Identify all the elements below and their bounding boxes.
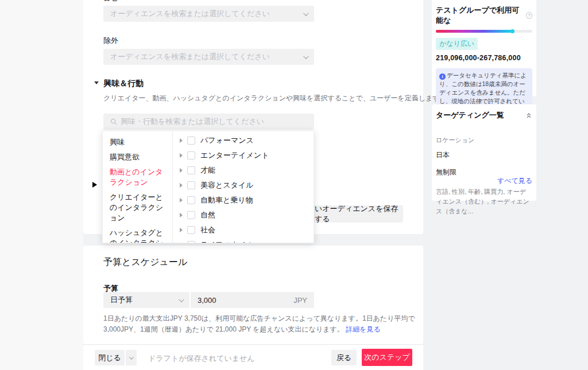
checkbox[interactable] (187, 181, 195, 189)
budget-currency-suffix: JPY (293, 296, 307, 305)
expand-caret-icon[interactable] (180, 153, 183, 158)
include-audience-placeholder: オーディエンスを検索または選択してください (110, 9, 303, 19)
save-audience-button-label: いオーディエンスを保存する (315, 204, 403, 224)
reach-gradient-bar (436, 30, 532, 33)
cursor-icon (92, 182, 97, 188)
location-label: ロケーション (436, 136, 532, 145)
interests-section-title: 興味＆行動 (103, 79, 144, 89)
category-hashtag-interactions[interactable]: ハッシュタグとのインタラクション (103, 225, 172, 243)
next-step-button-label: 次のステップ (364, 352, 410, 363)
option-label: パフォーマンス (200, 135, 254, 146)
checkbox[interactable] (187, 137, 195, 145)
reach-range-value: 219,096,000-267,786,000 (436, 54, 532, 62)
reach-breadth-badge: かなり広い (436, 38, 478, 50)
checkbox[interactable] (187, 166, 195, 174)
expand-caret-icon[interactable] (180, 183, 183, 188)
option-row[interactable]: 才能 (173, 163, 314, 178)
chevron-down-icon (303, 53, 309, 59)
option-label: 自動車と乗り物 (200, 195, 253, 205)
reach-gradient-fill (436, 30, 512, 33)
option-row[interactable]: 自動車と乗り物 (173, 193, 314, 208)
targeting-summary-card: ターゲティング一覧 ロケーション 日本 無制限 すべて見る 言語, 性別, 年齢… (432, 104, 536, 201)
category-creator-interactions[interactable]: クリエイターとのインタラクション (103, 190, 172, 225)
interest-search-placeholder: 興味・行動を検索または選択してください (121, 116, 307, 127)
ads-manager-page: 含む オーディエンスを検索または選択してください 除外 オーディエンスを検索また… (0, 0, 588, 370)
expand-caret-icon[interactable] (180, 213, 183, 217)
reach-card-title: テストグループで利用可能な (436, 5, 523, 26)
exclude-label: 除外 (103, 36, 118, 46)
close-dropdown-toggle[interactable] (126, 350, 137, 365)
close-button[interactable]: 閉じる (95, 350, 125, 365)
checkbox[interactable] (187, 226, 195, 234)
interest-dropdown-panel: 興味 購買意欲 動画とのインタラクション クリエイターとのインタラクション ハッ… (102, 131, 314, 243)
option-row[interactable]: エンターテイメント (173, 148, 314, 163)
option-row[interactable]: 社会 (173, 223, 314, 237)
option-label: 社会 (200, 225, 215, 235)
collapse-panel-icon[interactable] (525, 112, 532, 119)
include-label-clipped: 含む (103, 0, 149, 2)
chevron-down-icon (303, 10, 309, 16)
category-video-interactions[interactable]: 動画とのインタラクション (103, 165, 172, 190)
expand-caret-icon[interactable] (180, 228, 183, 232)
checkbox[interactable] (187, 151, 195, 159)
chevron-down-icon (129, 355, 133, 359)
option-label: 美容とスタイル (200, 180, 254, 190)
include-audience-select[interactable]: オーディエンスを検索または選択してください (103, 6, 314, 22)
info-icon: i (439, 73, 446, 80)
checkbox[interactable] (187, 196, 195, 204)
checkbox[interactable] (187, 211, 195, 219)
option-row[interactable]: 美容とスタイル (173, 178, 314, 193)
section-collapse-caret-icon[interactable] (94, 81, 99, 84)
option-label: エンターテイメント (200, 150, 269, 161)
help-icon[interactable]: ? (526, 12, 532, 19)
search-icon (110, 118, 117, 125)
option-label: ライフスタイル (200, 240, 254, 243)
checkbox[interactable] (187, 241, 195, 243)
interests-description: クリエイター、動画、ハッシュタグとのインタラクションや興味を選択することで、ユー… (103, 94, 483, 103)
budget-helper-link[interactable]: 詳細を見る (346, 325, 381, 333)
budget-type-value: 日予算 (110, 295, 179, 305)
option-row[interactable]: ライフスタイル (173, 237, 314, 243)
expand-caret-icon[interactable] (180, 198, 183, 202)
targeting-summary-text: 言語, 性別, 年齢, 購買力, オーディエンス（含む）, オーディエンス（含ま… (436, 187, 532, 216)
left-background (0, 0, 83, 370)
expand-caret-icon[interactable] (180, 168, 183, 173)
draft-status-text: ドラフトが保存されていません (148, 353, 255, 364)
option-row[interactable]: パフォーマンス (173, 133, 314, 148)
reach-estimate-card: テストグループで利用可能な ? かなり広い 219,096,000-267,78… (432, 0, 536, 96)
option-column: パフォーマンス エンターテイメント 才能 美容とスタイル 自動車と乗り物 (173, 131, 314, 243)
option-row[interactable]: 自然 (173, 208, 314, 223)
exclude-audience-placeholder: オーディエンスを検索または選択してください (110, 52, 303, 62)
budget-section-title: 予算とスケジュール (103, 256, 187, 268)
option-label: 才能 (200, 165, 215, 176)
category-interests[interactable]: 興味 (103, 135, 172, 150)
category-purchase-intent[interactable]: 購買意欲 (103, 150, 172, 165)
option-label: 自然 (200, 210, 215, 220)
budget-helper-text: 1日あたりの最大支出JPY 3,750は、利用可能な広告チャンスによって異なりま… (103, 313, 423, 335)
budget-type-select[interactable]: 日予算 (103, 292, 189, 308)
budget-amount-input[interactable]: 3,000 JPY (191, 292, 314, 308)
expand-caret-icon[interactable] (180, 138, 183, 143)
back-button-label: 戻る (336, 353, 351, 363)
next-step-button[interactable]: 次のステップ (362, 349, 412, 366)
chevron-down-icon (179, 297, 184, 302)
exclude-audience-select[interactable]: オーディエンスを検索または選択してください (103, 49, 314, 65)
targeting-summary-title: ターゲティング一覧 (436, 110, 504, 120)
budget-amount-value: 3,000 (198, 296, 293, 305)
location-value: 日本 (436, 150, 532, 160)
reach-marker-dot (510, 29, 514, 33)
save-audience-button[interactable]: いオーディエンスを保存する (310, 205, 403, 223)
see-all-link[interactable]: すべて見る (497, 177, 532, 185)
close-button-label: 閉じる (98, 353, 121, 363)
interest-search-input[interactable]: 興味・行動を検索または選択してください (103, 114, 314, 130)
category-column: 興味 購買意欲 動画とのインタラクション クリエイターとのインタラクション ハッ… (103, 131, 173, 243)
back-button[interactable]: 戻る (331, 350, 357, 365)
interests-description-text: クリエイター、動画、ハッシュタグとのインタラクションや興味を選択することで、ユー… (103, 94, 447, 102)
